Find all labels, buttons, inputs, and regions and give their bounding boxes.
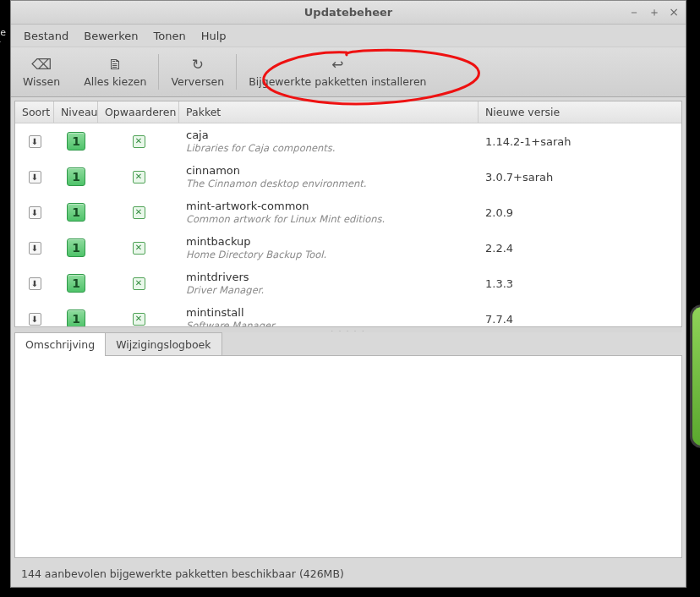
- window-controls: － ＋ ×: [628, 6, 679, 18]
- package-type-icon: ⬇: [29, 135, 41, 148]
- minimize-button[interactable]: －: [628, 6, 640, 18]
- col-header-niveau[interactable]: Niveau: [54, 101, 98, 123]
- tab-wijzigingslogboek[interactable]: Wijzigingslogboek: [105, 332, 221, 356]
- package-description: Common artwork for Linux Mint editions.: [186, 213, 472, 225]
- maximize-button[interactable]: ＋: [648, 6, 660, 18]
- col-header-opwaarderen[interactable]: Opwaarderen: [98, 101, 179, 123]
- updates-table: Soort Niveau Opwaarderen Pakket Nieuwe v…: [14, 101, 682, 327]
- level-badge: 1: [67, 274, 85, 293]
- col-header-versie[interactable]: Nieuwe versie: [479, 101, 681, 123]
- upgrade-checkbox[interactable]: ✕: [133, 242, 145, 255]
- table-row[interactable]: ⬇1✕mintbackupHome Directory Backup Tool.…: [15, 230, 681, 266]
- col-header-pakket[interactable]: Pakket: [179, 101, 479, 123]
- package-version: 2.0.9: [485, 206, 513, 219]
- status-text: 144 aanbevolen bijgewerkte pakketten bes…: [21, 567, 344, 580]
- menu-tonen[interactable]: Tonen: [147, 27, 191, 45]
- package-version: 7.7.4: [485, 313, 513, 326]
- package-name: mintbackup: [186, 235, 472, 248]
- menu-bewerken[interactable]: Bewerken: [78, 27, 144, 45]
- package-name: mintdrivers: [186, 271, 472, 283]
- background-green-bubble: [690, 304, 700, 448]
- upgrade-checkbox[interactable]: ✕: [133, 206, 145, 219]
- refresh-icon: ↻: [192, 56, 204, 73]
- menu-hulp[interactable]: Hulp: [195, 27, 232, 45]
- package-type-icon: ⬇: [29, 206, 41, 219]
- level-badge: 1: [67, 203, 85, 222]
- package-name: cinnamon: [186, 164, 472, 177]
- clear-label: Wissen: [23, 75, 60, 88]
- menu-bestand[interactable]: Bestand: [18, 27, 74, 45]
- upgrade-checkbox[interactable]: ✕: [133, 277, 145, 290]
- install-updates-button[interactable]: ↩ Bijgewerkte pakketten installeren: [237, 47, 438, 96]
- menubar: Bestand Bewerken Tonen Hulp: [11, 25, 686, 47]
- clear-icon: ⌫: [31, 56, 52, 73]
- package-version: 1.14.2-1+sarah: [485, 135, 571, 148]
- statusbar: 144 aanbevolen bijgewerkte pakketten bes…: [14, 561, 682, 585]
- close-button[interactable]: ×: [669, 6, 679, 18]
- table-row[interactable]: ⬇1✕mintdriversDriver Manager.1.3.3: [15, 266, 681, 301]
- package-description: Home Directory Backup Tool.: [186, 249, 472, 260]
- table-header: Soort Niveau Opwaarderen Pakket Nieuwe v…: [15, 101, 681, 123]
- package-type-icon: ⬇: [29, 313, 41, 326]
- upgrade-checkbox[interactable]: ✕: [133, 171, 145, 183]
- package-description: Libraries for Caja components.: [186, 142, 472, 154]
- clear-button[interactable]: ⌫ Wissen: [11, 47, 72, 96]
- refresh-button[interactable]: ↻ Verversen: [159, 47, 236, 96]
- table-row[interactable]: ⬇1✕mintinstallSoftware Manager.7.7.4: [15, 301, 681, 326]
- detail-tabs: Omschrijving Wijzigingslogboek: [14, 332, 682, 356]
- package-type-icon: ⬇: [29, 277, 41, 290]
- refresh-label: Verversen: [171, 75, 224, 88]
- select-all-label: Alles kiezen: [84, 75, 146, 88]
- package-description: Driver Manager.: [186, 284, 472, 296]
- install-icon: ↩: [331, 56, 343, 73]
- col-header-soort[interactable]: Soort: [15, 101, 54, 123]
- titlebar[interactable]: Updatebeheer － ＋ ×: [11, 1, 686, 25]
- window-title: Updatebeheer: [304, 6, 392, 19]
- select-all-button[interactable]: 🗎 Alles kiezen: [72, 47, 158, 96]
- details-notebook: Omschrijving Wijzigingslogboek: [14, 332, 682, 558]
- table-row[interactable]: ⬇1✕cinnamonThe Cinnamon desktop environm…: [15, 159, 681, 194]
- package-name: mintinstall: [186, 306, 472, 319]
- select-all-icon: 🗎: [108, 56, 123, 73]
- package-name: caja: [186, 129, 472, 141]
- install-label: Bijgewerkte pakketten installeren: [249, 75, 426, 88]
- background-window-fragment: te r: [0, 27, 10, 47]
- level-badge: 1: [67, 167, 85, 186]
- tab-omschrijving[interactable]: Omschrijving: [14, 332, 106, 356]
- level-badge: 1: [67, 309, 85, 326]
- upgrade-checkbox[interactable]: ✕: [133, 313, 145, 326]
- package-type-icon: ⬇: [29, 171, 41, 183]
- table-row[interactable]: ⬇1✕mint-artwork-commonCommon artwork for…: [15, 194, 681, 230]
- package-description: The Cinnamon desktop environment.: [186, 178, 472, 189]
- package-version: 3.0.7+sarah: [485, 171, 553, 183]
- package-name: mint-artwork-common: [186, 200, 472, 212]
- table-row[interactable]: ⬇1✕cajaLibraries for Caja components.1.1…: [15, 123, 681, 159]
- level-badge: 1: [67, 132, 85, 151]
- tab-content: [14, 355, 682, 558]
- upgrade-checkbox[interactable]: ✕: [133, 135, 145, 148]
- table-body[interactable]: ⬇1✕cajaLibraries for Caja components.1.1…: [15, 123, 681, 326]
- package-version: 1.3.3: [485, 277, 513, 290]
- package-version: 2.2.4: [485, 242, 513, 255]
- package-type-icon: ⬇: [29, 242, 41, 255]
- package-description: Software Manager.: [186, 320, 472, 326]
- toolbar: ⌫ Wissen 🗎 Alles kiezen ↻ Verversen ↩ Bi…: [11, 47, 686, 97]
- level-badge: 1: [67, 238, 85, 257]
- update-manager-window: Updatebeheer － ＋ × Bestand Bewerken Tone…: [10, 0, 686, 588]
